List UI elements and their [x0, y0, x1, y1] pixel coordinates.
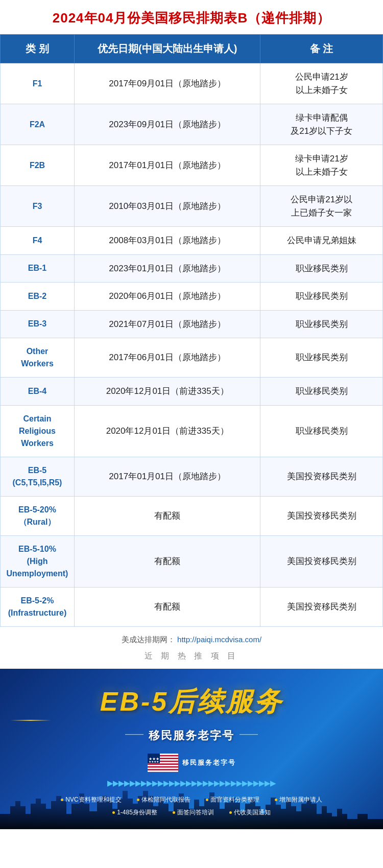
service-label: NVC资料整理和提交: [65, 795, 121, 804]
banner-title-wrapper: EB-5后续服务 —— 移民服务老字号 —— ★★★: [10, 684, 373, 787]
cell-category: EB-5-2% (Infrastructure): [1, 587, 75, 626]
footer-site-url[interactable]: http://paiqi.mcdvisa.com/: [177, 635, 261, 644]
service-item: 体检陪同代取报告: [137, 795, 190, 804]
service-dot-icon: [112, 811, 115, 814]
cell-note: 职业移民类别: [260, 338, 383, 378]
cell-category: EB-5-20% （Rural）: [1, 496, 75, 535]
footer-site: 美成达排期网： http://paiqi.mcdvisa.com/: [0, 627, 383, 647]
banner-subtitle-wrap: —— 移民服务老字号 ——: [10, 725, 373, 743]
cell-date: 有配额: [74, 535, 260, 587]
table-row: F42008年03月01日（原地踏步）公民申请兄弟姐妹: [1, 227, 383, 255]
table-row: EB-5 (C5,T5,I5,R5)2017年01月01日（原地踏步）美国投资移…: [1, 457, 383, 496]
cell-date: 2010年03月01日（原地踏步）: [74, 186, 260, 227]
service-label: 体检陪同代取报告: [141, 795, 190, 804]
cell-note: 职业移民类别: [260, 405, 383, 457]
cell-note: 职业移民类别: [260, 283, 383, 311]
table-row: F2A2023年09月01日（原地踏步）绿卡申请配偶 及21岁以下子女: [1, 104, 383, 145]
cell-date: 2023年09月01日（原地踏步）: [74, 104, 260, 145]
cell-date: 2020年12月01日（前进335天）: [74, 378, 260, 406]
table-row: Certain Religious Workers2020年12月01日（前进3…: [1, 405, 383, 457]
cell-category: EB-4: [1, 378, 75, 406]
banner-deco-line: [10, 720, 51, 721]
table-row: EB-5-2% (Infrastructure)有配额美国投资移民类别: [1, 587, 383, 626]
cell-note: 公民申请兄弟姐妹: [260, 227, 383, 255]
banner: EB-5后续服务 —— 移民服务老字号 —— ★★★: [0, 669, 383, 829]
cell-category: Other Workers: [1, 338, 75, 378]
cell-date: 2017年09月01日（原地踏步）: [74, 63, 260, 104]
footer-site-label: 美成达排期网：: [122, 635, 175, 644]
service-item: 面签问答培训: [173, 808, 214, 817]
cell-note: 美国投资移民类别: [260, 535, 383, 587]
cell-note: 职业移民类别: [260, 378, 383, 406]
table-row: Other Workers2017年06月01日（原地踏步）职业移民类别: [1, 338, 383, 378]
cell-note: 美国投资移民类别: [260, 457, 383, 496]
service-dot-icon: [229, 811, 232, 814]
banner-services: NVC资料整理和提交体检陪同代取报告面官资料分类整理增加附属申请人 1-485身…: [10, 795, 373, 817]
cell-category: EB-5 (C5,T5,I5,R5): [1, 457, 75, 496]
cell-category: Certain Religious Workers: [1, 405, 75, 457]
banner-arrows: ▶▶▶▶▶▶▶▶▶▶▶▶▶▶▶▶▶▶▶▶▶▶▶▶▶▶▶▶▶▶: [10, 779, 373, 787]
table-row: EB-5-20% （Rural）有配额美国投资移民类别: [1, 496, 383, 535]
service-row-1: NVC资料整理和提交体检陪同代取报告面官资料分类整理增加附属申请人: [10, 795, 373, 804]
cell-date: 有配额: [74, 587, 260, 626]
cell-date: 2023年01月01日（原地踏步）: [74, 254, 260, 283]
banner-main-title: EB-5后续服务: [10, 684, 373, 720]
cell-note: 公民申请21岁 以上未婚子女: [260, 63, 383, 104]
table-wrapper: 美成达 类 别 优先日期(中国大陆出生申请人) 备 注 F12017年09月01…: [0, 34, 383, 627]
service-label: 面签问答培训: [177, 808, 214, 817]
cell-note: 美国投资移民类别: [260, 496, 383, 535]
table-row: F32010年03月01日（原地踏步）公民申请21岁以 上已婚子女一家: [1, 186, 383, 227]
deco-right: ——: [240, 729, 258, 739]
service-dot-icon: [173, 811, 175, 814]
service-dot-icon: [137, 799, 139, 801]
header-date: 优先日期(中国大陆出生申请人): [74, 35, 260, 63]
cell-note: 美国投资移民类别: [260, 587, 383, 626]
cell-category: F4: [1, 227, 75, 255]
cell-date: 2017年06月01日（原地踏步）: [74, 338, 260, 378]
deco-left: ——: [125, 729, 143, 739]
cell-date: 2020年06月01日（原地踏步）: [74, 283, 260, 311]
cell-category: EB-1: [1, 254, 75, 283]
cell-category: EB-5-10% (High Unemployment): [1, 535, 75, 587]
cell-date: 2020年12月01日（前进335天）: [74, 405, 260, 457]
arrow-row-1: ▶▶▶▶▶▶▶▶▶▶▶▶▶▶▶▶▶▶▶▶▶▶▶▶▶▶▶▶▶▶: [10, 779, 373, 787]
footer-hot: 近 期 热 推 项 目: [0, 647, 383, 669]
table-row: F2B2017年01月01日（原地踏步）绿卡申请21岁 以上未婚子女: [1, 145, 383, 186]
service-dot-icon: [275, 799, 277, 801]
service-label: 面官资料分类整理: [210, 795, 259, 804]
service-dot-icon: [61, 799, 63, 801]
cell-date: 2008年03月01日（原地踏步）: [74, 227, 260, 255]
header-category: 类 别: [1, 35, 75, 63]
table-row: EB-5-10% (High Unemployment)有配额美国投资移民类别: [1, 535, 383, 587]
cell-category: F3: [1, 186, 75, 227]
page-title: 2024年04月份美国移民排期表B（递件排期）: [0, 0, 383, 34]
cell-note: 职业移民类别: [260, 254, 383, 283]
cell-date: 有配额: [74, 496, 260, 535]
header-note: 备 注: [260, 35, 383, 63]
cell-note: 绿卡申请21岁 以上未婚子女: [260, 145, 383, 186]
svg-text:★★★★: ★★★★: [149, 760, 159, 763]
svg-rect-6: [148, 767, 178, 769]
svg-rect-7: [148, 770, 178, 772]
table-row: EB-32021年07月01日（原地踏步）职业移民类别: [1, 310, 383, 338]
cell-category: EB-2: [1, 283, 75, 311]
cell-note: 绿卡申请配偶 及21岁以下子女: [260, 104, 383, 145]
banner-subtitle: 移民服务老字号: [149, 728, 234, 743]
service-row-2: 1-485身份调整面签问答培训代收美国通知: [10, 808, 373, 817]
cell-category: F2B: [1, 145, 75, 186]
service-label: 增加附属申请人: [279, 795, 322, 804]
table-row: F12017年09月01日（原地踏步）公民申请21岁 以上未婚子女: [1, 63, 383, 104]
cell-category: F2A: [1, 104, 75, 145]
service-label: 代收美国通知: [234, 808, 271, 817]
service-label: 1-485身份调整: [117, 808, 157, 817]
cell-note: 职业移民类别: [260, 310, 383, 338]
cell-category: F1: [1, 63, 75, 104]
service-item: 增加附属申请人: [275, 795, 322, 804]
banner-flag: ★★★ ★★★★ 移民服务老字号: [148, 749, 236, 776]
cell-note: 公民申请21岁以 上已婚子女一家: [260, 186, 383, 227]
service-item: 面官资料分类整理: [206, 795, 259, 804]
main-table: 类 别 优先日期(中国大陆出生申请人) 备 注 F12017年09月01日（原地…: [0, 34, 383, 627]
cell-date: 2017年01月01日（原地踏步）: [74, 145, 260, 186]
table-row: EB-12023年01月01日（原地踏步）职业移民类别: [1, 254, 383, 283]
service-dot-icon: [206, 799, 208, 801]
